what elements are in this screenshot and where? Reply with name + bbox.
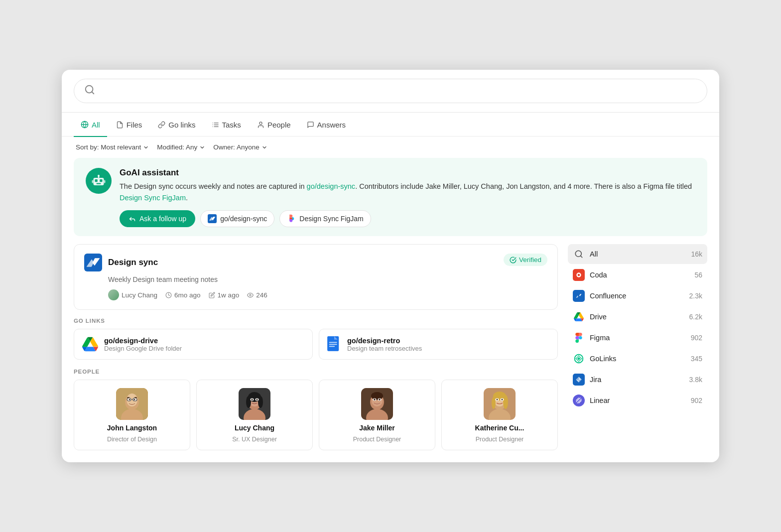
- filters-row: Sort by: Most relevant Modified: Any Own…: [62, 136, 719, 158]
- chevron-down-icon-3: [261, 144, 267, 150]
- person-name-lucy: Lucy Chang: [235, 424, 274, 432]
- svg-point-72: [497, 399, 498, 400]
- svg-point-61: [374, 399, 376, 400]
- tab-tasks-label: Tasks: [222, 121, 241, 129]
- golink-retro-subtitle: Design team retrosectives: [347, 345, 422, 352]
- source-list: All 16k Coda 56: [568, 244, 707, 410]
- source-item-golinks[interactable]: GoLinks 345: [568, 349, 707, 369]
- ai-chip-1-label: go/design-sync: [220, 215, 267, 223]
- ai-chip-2[interactable]: Design Sync FigJam: [279, 210, 371, 227]
- link-icon: [158, 121, 165, 129]
- jake-avatar-art: [361, 388, 393, 420]
- person-avatar-lucy: [239, 388, 270, 420]
- person-card-jake[interactable]: Jake Miller Product Designer: [319, 380, 435, 450]
- ai-assistant-box: GoAI assistant The Design sync occurs we…: [74, 158, 707, 236]
- result-title: Design sync: [108, 258, 158, 267]
- person-card-lucy[interactable]: Lucy Chang Sr. UX Designer: [196, 380, 313, 450]
- ai-avatar: [86, 168, 112, 194]
- result-header: Design sync Verified: [84, 254, 547, 271]
- svg-rect-26: [327, 336, 339, 351]
- tabs-row: All Files Go links Tasks People Answers: [62, 113, 719, 137]
- source-item-jira[interactable]: Jira 3.8k: [568, 370, 707, 390]
- source-count-drive: 6.2k: [689, 313, 702, 321]
- source-item-confluence[interactable]: Confluence 2.3k: [568, 286, 707, 306]
- ai-link-2[interactable]: Design Sync FigJam: [120, 194, 186, 202]
- tab-tasks[interactable]: Tasks: [205, 113, 248, 137]
- people-grid: John Langston Director of Design: [74, 380, 558, 450]
- people-icon: [257, 121, 264, 129]
- source-item-all[interactable]: All 16k: [568, 244, 707, 264]
- globe-icon: [81, 121, 89, 129]
- golink-card-drive[interactable]: go/design-drive Design Google Drive fold…: [74, 329, 313, 360]
- source-count-figma: 902: [691, 334, 702, 342]
- source-item-linear[interactable]: Linear 902: [568, 391, 707, 410]
- golink-drive-subtitle: Design Google Drive folder: [104, 345, 182, 352]
- modified-filter-label: Modified: Any: [157, 143, 197, 151]
- svg-point-49: [258, 396, 263, 408]
- result-views: 246: [247, 291, 267, 299]
- tab-people[interactable]: People: [250, 113, 298, 137]
- svg-rect-13: [100, 179, 102, 182]
- person-card-katherine[interactable]: Katherine Cu... Product Designer: [441, 380, 558, 450]
- ai-link-1[interactable]: go/design-sync: [307, 182, 356, 190]
- result-title-row: Design sync: [84, 254, 158, 271]
- sort-filter[interactable]: Sort by: Most relevant: [74, 142, 151, 152]
- source-item-figma[interactable]: Figma 902: [568, 328, 707, 348]
- svg-point-73: [502, 399, 503, 400]
- svg-point-48: [246, 396, 251, 408]
- ai-chip-2-label: Design Sync FigJam: [299, 215, 363, 223]
- right-sidebar: All 16k Coda 56: [568, 244, 707, 450]
- ai-text-middle: . Contributors include Jake Miller, Lucy…: [355, 182, 692, 190]
- svg-point-16: [98, 175, 100, 177]
- svg-rect-17: [92, 180, 94, 183]
- tasks-icon: [212, 121, 219, 129]
- ai-follow-up-label: Ask a follow up: [139, 215, 186, 223]
- search-input[interactable]: Design sync: [101, 84, 697, 97]
- robot-icon: [91, 173, 106, 188]
- person-role-lucy: Sr. UX Designer: [232, 436, 277, 443]
- tab-golinks[interactable]: Go links: [151, 113, 202, 137]
- tab-answers[interactable]: Answers: [300, 113, 353, 137]
- owner-filter-label: Owner: Anyone: [213, 143, 259, 151]
- person-role-jake: Product Designer: [353, 436, 401, 443]
- app-wrapper: Design sync All Files Go links Tasks: [62, 70, 719, 462]
- source-icon-drive: [573, 311, 585, 323]
- katherine-avatar-art: [484, 388, 516, 420]
- confluence-result-icon: [84, 254, 102, 271]
- tab-people-label: People: [267, 121, 291, 129]
- edited-time: 1w ago: [218, 291, 240, 299]
- tab-answers-label: Answers: [317, 121, 346, 129]
- source-count-linear: 902: [691, 397, 702, 404]
- tab-files-label: Files: [127, 121, 142, 129]
- svg-line-75: [580, 256, 582, 258]
- ai-chip-1[interactable]: go/design-sync: [200, 210, 274, 227]
- drive-icon: [82, 336, 98, 352]
- result-meta: Lucy Chang 6mo ago 1w ago 246: [108, 289, 547, 300]
- result-subtitle: Weekly Design team meeting notes: [108, 275, 547, 283]
- svg-rect-12: [95, 179, 98, 182]
- tab-all[interactable]: All: [74, 113, 107, 137]
- source-count-coda: 56: [694, 271, 702, 279]
- reply-icon: [129, 215, 136, 223]
- source-item-coda[interactable]: Coda 56: [568, 265, 707, 285]
- author-name: Lucy Chang: [122, 291, 157, 299]
- search-icon: [84, 84, 95, 98]
- golink-card-retro[interactable]: go/design-retro Design team retrosective…: [319, 329, 558, 360]
- search-bar: Design sync: [74, 79, 707, 103]
- source-icon-jira: [573, 374, 585, 386]
- svg-rect-29: [329, 346, 335, 347]
- search-bar-area: Design sync: [62, 70, 719, 113]
- svg-point-62: [379, 399, 381, 400]
- source-name-figma: Figma: [590, 334, 686, 342]
- ai-follow-up-button[interactable]: Ask a follow up: [120, 210, 195, 227]
- tab-files[interactable]: Files: [109, 113, 149, 137]
- svg-point-69: [492, 397, 496, 409]
- source-item-drive[interactable]: Drive 6.2k: [568, 307, 707, 327]
- person-card-john[interactable]: John Langston Director of Design: [74, 380, 190, 450]
- main-content: All Files Go links Tasks People Answers: [62, 113, 719, 462]
- modified-filter[interactable]: Modified: Any: [155, 142, 207, 152]
- main-result-card[interactable]: Design sync Verified Weekly Design team …: [74, 244, 558, 310]
- ai-actions: Ask a follow up go/design-sync: [120, 210, 695, 227]
- owner-filter[interactable]: Owner: Anyone: [211, 142, 269, 152]
- source-name-all: All: [590, 250, 686, 258]
